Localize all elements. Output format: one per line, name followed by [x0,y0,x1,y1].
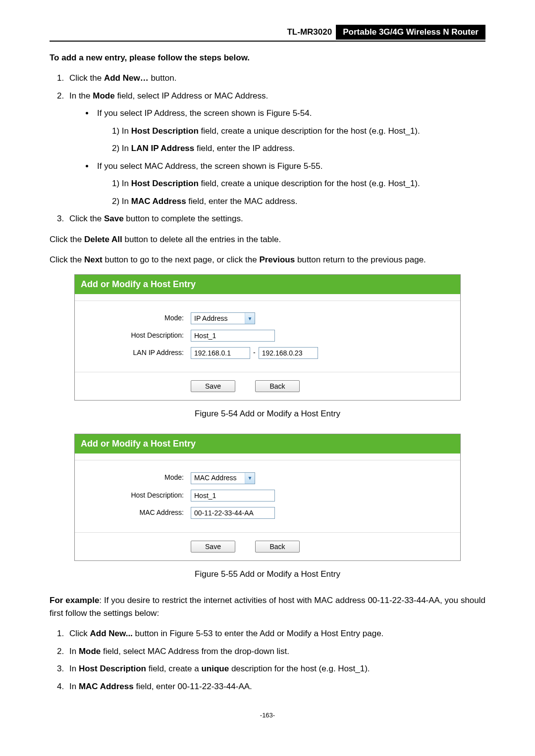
for-example-bold: For example [50,596,99,605]
mac-substeps: 1) In Host Description field, create a u… [97,177,485,207]
figure-54-caption: Figure 5-54 Add or Modify a Host Entry [50,407,485,420]
next-prev-para: Click the Next button to go to the next … [50,253,485,266]
figure-54-panel: Add or Modify a Host Entry Mode: IP Addr… [74,274,461,401]
bullet-ip: If you select IP Address, the screen sho… [94,107,485,155]
step-3: Click the Save button to complete the se… [66,212,485,225]
back-button[interactable]: Back [255,541,300,553]
intro-heading: To add a new entry, please follow the st… [50,51,485,64]
ip-end-input[interactable]: 192.168.0.23 [259,347,318,359]
ip-range-dash: - [253,348,256,358]
host-desc-bold: Host Description [131,179,199,188]
back-button[interactable]: Back [255,380,300,392]
unique-bold: unique [201,664,229,673]
save-button[interactable]: Save [191,380,235,392]
example-step-1: Click Add New... button in Figure 5-53 t… [66,627,485,640]
text: field, enter the IP address. [194,144,295,153]
panel-separator [75,294,460,301]
mode-select-value: MAC Address [191,473,245,483]
panel-title: Add or Modify a Host Entry [75,275,460,294]
mode-bullets: If you select IP Address, the screen sho… [69,107,485,207]
product-name: Portable 3G/4G Wireless N Router [336,25,485,40]
text: button in Figure 5-53 to enter the Add o… [133,629,384,638]
panel-separator [75,454,460,460]
text: field, select MAC Address from the drop-… [101,647,289,656]
text: field, create a [146,664,202,673]
example-step-3: In Host Description field, create a uniq… [66,662,485,675]
chevron-down-icon: ▼ [245,313,255,324]
text: field, enter the MAC address. [186,197,298,206]
delete-all-bold: Delete All [84,235,122,244]
panel-footer: Save Back [75,372,460,400]
text: Click [69,629,90,638]
host-description-input[interactable]: Host_1 [191,490,275,502]
page-header: TL-MR3020 Portable 3G/4G Wireless N Rout… [50,25,485,40]
ip-sub-2: 2) In LAN IP Address field, enter the IP… [112,142,485,155]
step-2: In the Mode field, select IP Address or … [66,90,485,208]
mode-select-value: IP Address [191,313,245,324]
figure-55-panel: Add or Modify a Host Entry Mode: MAC Add… [74,434,461,561]
text: description for the host (e.g. Host_1). [229,664,370,673]
previous-bold: Previous [259,255,295,264]
save-button[interactable]: Save [191,541,235,553]
text: 1) In [112,126,131,136]
text: : If you desire to restrict the internet… [50,596,485,618]
mac-sub-2: 2) In MAC Address field, enter the MAC a… [112,195,485,208]
add-new-bold: Add New... [90,629,133,638]
next-bold: Next [84,255,103,264]
mode-select[interactable]: MAC Address ▼ [191,472,255,484]
lan-ip-bold: LAN IP Address [131,144,195,153]
host-description-input[interactable]: Host_1 [191,330,275,342]
model-number: TL-MR3020 [283,25,336,40]
delete-all-para: Click the Delete All button to delete al… [50,233,485,246]
text: button to go to the next page, or click … [103,255,260,264]
figure-55-caption: Figure 5-55 Add or Modify a Host Entry [50,568,485,581]
example-steps-list: Click Add New... button in Figure 5-53 t… [50,627,485,693]
panel-body: Mode: MAC Address ▼ Host Description: Ho… [75,460,460,532]
header-divider [50,41,485,42]
example-step-2: In Mode field, select MAC Address from t… [66,645,485,658]
panel-body: Mode: IP Address ▼ Host Description: Hos… [75,301,460,372]
text: Click the [69,73,104,83]
text: If you select IP Address, the screen sho… [97,108,312,118]
mode-bold: Mode [79,647,101,656]
mac-addr-label: MAC Address: [90,507,184,518]
ip-sub-1: 1) In Host Description field, create a u… [112,125,485,138]
text: Click the [50,255,84,264]
host-desc-label: Host Description: [90,330,184,341]
text: field, create a unique description for t… [199,179,420,188]
text: 1) In [112,179,131,188]
text: field, enter 00-11-22-33-44-AA. [134,682,252,691]
text: In the [69,91,93,101]
host-desc-bold: Host Description [79,664,146,673]
main-steps-list: Click the Add New… button. In the Mode f… [50,72,485,225]
step-1: Click the Add New… button. [66,72,485,85]
ip-substeps: 1) In Host Description field, create a u… [97,125,485,155]
mac-address-input[interactable]: 00-11-22-33-44-AA [191,507,275,519]
text: button to delete all the entries in the … [122,235,281,244]
text: In [69,664,79,673]
mode-label: Mode: [90,313,184,323]
chevron-down-icon: ▼ [245,473,255,484]
text: button. [149,73,177,83]
text: If you select MAC Address, the screen sh… [97,161,322,171]
host-desc-label: Host Description: [90,490,184,501]
text: Click the [50,235,84,244]
save-bold: Save [104,214,124,223]
text: field, select IP Address or MAC Address. [115,91,268,101]
mac-addr-bold: MAC Address [79,682,134,691]
text: button to complete the settings. [124,214,243,223]
bullet-mac: If you select MAC Address, the screen sh… [94,160,485,208]
text: 2) In [112,197,131,206]
page-number: -163- [50,710,485,720]
mode-select[interactable]: IP Address ▼ [191,312,255,324]
example-intro: For example: If you desire to restrict t… [50,594,485,619]
panel-title: Add or Modify a Host Entry [75,434,460,454]
text: In [69,647,79,656]
ip-start-input[interactable]: 192.168.0.1 [191,347,250,359]
text: button return to the previous page. [295,255,426,264]
mode-label: Mode: [90,472,184,483]
text: field, create a unique description for t… [199,126,420,136]
add-new-bold: Add New… [104,73,149,83]
text: Click the [69,214,104,223]
example-step-4: In MAC Address field, enter 00-11-22-33-… [66,680,485,693]
